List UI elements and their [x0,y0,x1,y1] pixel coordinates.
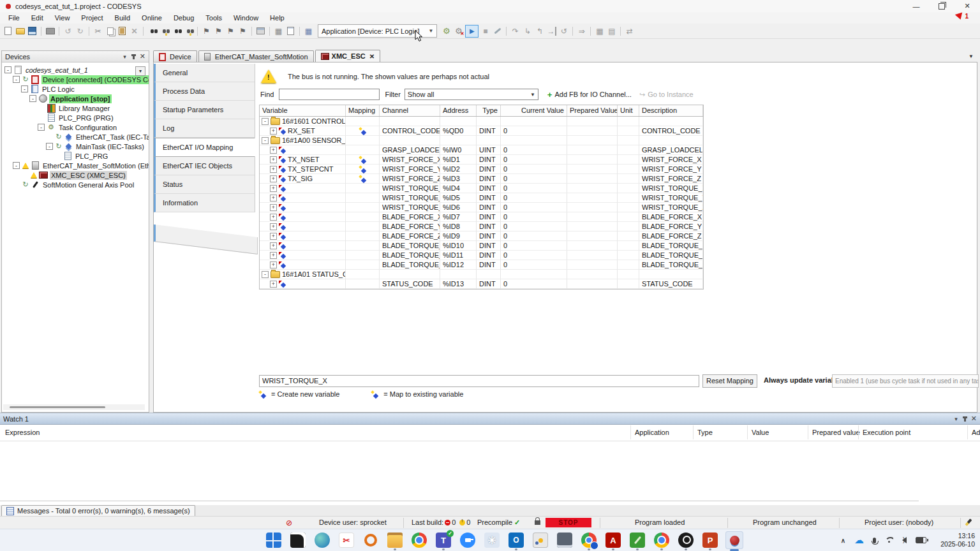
file-explorer-icon[interactable] [386,531,404,549]
row-expander[interactable] [270,281,277,288]
watch-column-header[interactable]: Execution point [863,429,910,436]
pin-icon[interactable] [133,54,135,59]
breakpoints-icon[interactable] [606,26,617,36]
table-row[interactable]: BLADE_FORCE_Y %ID8 DINT 0 BLADE_FORCE_Y [260,222,703,231]
bookmark-next-icon[interactable] [225,26,236,36]
watch-hscrollbar[interactable] [0,501,919,501]
nav-item[interactable]: Log [154,119,255,138]
bookmark-clear-icon[interactable] [237,26,248,36]
row-expander[interactable] [270,252,277,259]
row-expander[interactable] [270,128,277,135]
simulation-icon[interactable] [594,26,605,36]
table-row[interactable]: WRIST_TORQUE_Y %ID5 DINT 0 WRIST_TORQUE_… [260,193,703,203]
table-header-cell[interactable]: Type [477,105,501,116]
zoom-icon[interactable] [459,531,477,549]
row-expander[interactable] [270,261,277,268]
table-header-cell[interactable]: Channel [380,105,440,116]
nav-item[interactable]: General [154,64,255,82]
wifi-icon[interactable] [885,537,893,543]
table-header-cell[interactable]: Variable [260,105,346,116]
tree-item[interactable]: SoftMotion General Axis Pool [2,180,149,189]
menu-item[interactable]: File [3,12,26,24]
sep[interactable] [59,27,59,36]
editor-tab[interactable]: Device ✕ [153,50,197,62]
tree-item[interactable]: EtherCAT_Master_SoftMotion (EtherCA [2,161,149,170]
table-row[interactable]: BLADE_TORQUE_Z %ID12 DINT 0 BLADE_TORQUE… [260,260,703,270]
tree-expander[interactable] [13,162,20,169]
table-row[interactable]: STATUS_CODE %ID13 DINT 0 STATUS_CODE [260,279,703,289]
tree-expander[interactable] [4,66,11,73]
sep[interactable] [299,27,300,36]
nav-item[interactable]: Process Data [154,82,255,101]
print-icon[interactable] [45,26,56,36]
globe-icon[interactable] [313,531,331,549]
replace-icon[interactable] [159,26,170,36]
properties-icon[interactable] [303,26,314,36]
paste-icon[interactable] [117,26,128,36]
table-header-cell[interactable]: Description [639,105,703,116]
nav-item[interactable]: EtherCAT IEC Objects [154,157,255,175]
table-row[interactable]: RX_SET CONTROL_CODE %QD0 DINT 0 CONTROL_… [260,126,703,136]
watch-column-header[interactable]: Application [635,429,669,436]
prepared-value-cell[interactable] [567,117,618,126]
sep[interactable] [506,27,507,36]
table-header-cell[interactable]: Prepared Value [567,105,618,116]
prepared-value-cell[interactable] [567,126,618,136]
tree-item[interactable]: Task Configuration [2,122,149,132]
menu-item[interactable]: Project [75,12,108,24]
tree-expander[interactable] [29,95,36,102]
row-expander[interactable] [262,271,269,278]
flow-control-icon[interactable] [624,26,635,36]
table-row[interactable]: BLADE_TORQUE_X %ID10 DINT 0 BLADE_TORQUE… [260,241,703,251]
table-row[interactable]: TX_STEPCNT WRIST_FORCE_Y %ID2 DINT 0 WRI… [260,165,703,174]
sep[interactable] [197,27,198,36]
snipping-tool-icon[interactable] [338,531,355,549]
obs-icon[interactable] [677,531,695,549]
terminal-icon[interactable] [289,531,307,549]
table-row[interactable]: GRASP_LOADCELL %IW0 UINT 0 GRASP_LOADCEL… [260,145,703,155]
watch-column-header[interactable]: Ad [972,429,980,436]
magnifier-icon[interactable] [362,531,380,549]
editor-tab[interactable]: EtherCAT_Master_SoftMotion ✕ [198,50,314,62]
tree-item[interactable]: Application [stop] [2,94,149,103]
row-expander[interactable] [270,185,277,192]
watch-column-header[interactable]: Expression [5,429,40,436]
editor-tab[interactable]: XMC_ESC ✕ [315,50,381,62]
new-file-icon[interactable] [3,26,13,36]
outlook-icon[interactable] [507,531,525,549]
table-header-cell[interactable]: Mapping [346,105,380,116]
run-to-cursor-icon[interactable] [546,26,557,36]
table-row[interactable]: WRIST_TORQUE_Z %ID6 DINT 0 WRIST_TORQUE_… [260,203,703,212]
nav-item[interactable]: Information [154,194,255,212]
table-row[interactable]: 16#1A01 STATUS_COD... [260,270,703,279]
teams-icon[interactable] [434,531,452,549]
prepared-value-cell[interactable] [567,222,618,231]
logout-icon[interactable] [453,26,464,36]
find-icon[interactable] [147,26,158,36]
table-row[interactable]: WRIST_TORQUE_X %ID4 DINT 0 WRIST_TORQUE_… [260,184,703,193]
copy-icon[interactable] [105,26,115,36]
table-header-cell[interactable]: Unit [618,105,639,116]
prepared-value-cell[interactable] [567,193,618,203]
taskbar-clock[interactable]: 13:16 2025-06-10 [940,532,975,548]
pin-icon[interactable] [964,416,966,422]
table-header-cell[interactable]: Current Value [501,105,567,116]
prepared-value-cell[interactable] [567,231,618,241]
messages-tab[interactable]: Messages - Total 0 error(s), 0 warning(s… [1,505,195,516]
menu-item[interactable]: View [49,12,76,24]
menu-item[interactable]: Help [264,12,290,24]
step-out-icon[interactable] [534,26,545,36]
prepared-value-cell[interactable] [567,155,618,165]
prepared-value-cell[interactable] [567,251,618,260]
row-expander[interactable] [270,166,277,173]
new-window-icon[interactable] [285,26,296,36]
panel-menu-icon[interactable]: ▾ [954,416,958,422]
tree-item[interactable]: codesys_ecat_tut_1 [2,65,149,75]
menu-item[interactable]: Window [228,12,264,24]
panel-close-icon[interactable]: ✕ [140,52,145,61]
minimize-button[interactable]: — [903,0,929,12]
add-fb-button[interactable]: + Add FB for IO Channel... [544,89,635,100]
prepared-value-cell[interactable] [567,184,618,193]
save-icon[interactable] [27,26,38,36]
project-dropdown-icon[interactable]: ▾ [135,66,145,76]
